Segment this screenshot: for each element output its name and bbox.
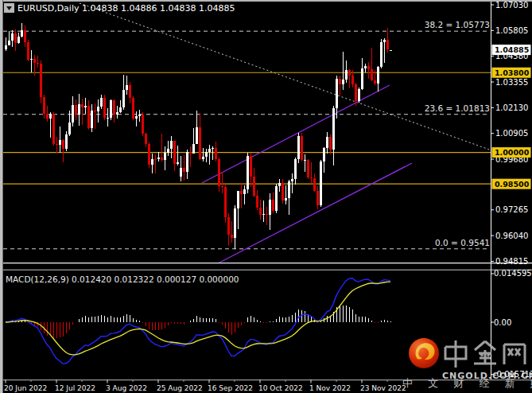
macd-axis-min-label: -0.015713 [494, 370, 532, 379]
time-axis-label: 20 Jun 2022 [4, 384, 47, 392]
watermark-tagline-text: 中 文 财 经 新 媒 体 [402, 377, 532, 389]
price-axis-label: 0.94815 [495, 257, 528, 266]
time-axis-label: 23 Nov 2022 [360, 384, 406, 392]
pane-splitter[interactable] [0, 270, 532, 270]
price-axis-label: 1.00905 [495, 129, 528, 138]
cngold-logo-icon [409, 338, 439, 368]
main-chart-surface[interactable] [3, 2, 491, 263]
price-axis-label: 0.96040 [495, 232, 528, 240]
price-level-badge-text: 1.00000 [495, 148, 530, 157]
price-level-badge-text: 1.03800 [495, 68, 530, 77]
collapse-chart-button[interactable] [4, 3, 14, 13]
macd-axis-label: 0.014595 [494, 269, 532, 278]
window-top-border [0, 0, 532, 2]
macd-indicator-title: MACD(12,26,9) 0.012420 0.012322 0.000127… [6, 274, 239, 284]
pane-separator-top [0, 263, 532, 263]
time-axis-label: 16 Sep 2022 [208, 384, 253, 392]
time-axis-label: 12 Jul 2022 [55, 384, 95, 392]
price-axis-label: 1.02130 [495, 103, 528, 112]
time-axis-label: 1 Nov 2022 [309, 384, 351, 392]
time-axis-label: 25 Aug 2022 [157, 384, 203, 392]
current-price-badge-text: 1.04885 [495, 45, 529, 54]
price-axis-label: 1.07030 [495, 1, 528, 10]
chart-title-symbol: EURUSD,Daily [17, 3, 80, 14]
macd-axis-label: 0.00 [494, 318, 511, 327]
chart-title-ohlc: 1.04838 1.04886 1.04838 1.04885 [82, 3, 235, 14]
price-axis-label: 0.97265 [495, 205, 528, 214]
price-level-badge-text: 0.98500 [495, 180, 530, 189]
price-axis-label: 1.03355 [495, 78, 528, 87]
time-axis-label: 10 Oct 2022 [258, 384, 303, 392]
price-axis-label: 1.05805 [495, 26, 528, 35]
mt4-chart-window: 38.2 = 1.0577323.6 = 1.018130.0 = 0.9541… [0, 0, 532, 393]
window-left-border-shadow [2, 0, 3, 393]
time-axis-label: 3 Aug 2022 [106, 384, 147, 392]
